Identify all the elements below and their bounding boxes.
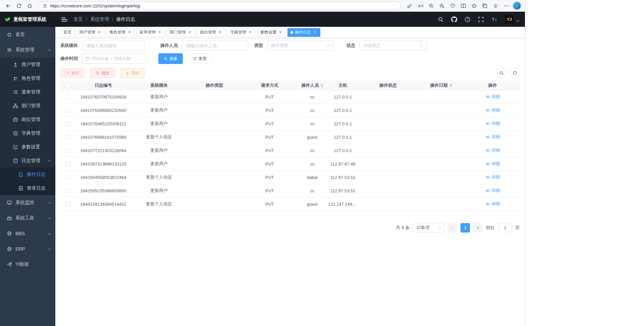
close-icon[interactable]: ×: [313, 30, 317, 35]
tab-7[interactable]: 参数设置×: [257, 28, 286, 37]
question-icon[interactable]: ?: [465, 16, 471, 22]
sidebar-item-8[interactable]: 参数设置: [0, 140, 55, 154]
sidebar-item-7[interactable]: 字典管理: [0, 126, 55, 140]
home-icon[interactable]: [24, 1, 35, 10]
detail-link[interactable]: 详细: [485, 174, 500, 180]
row-checkbox[interactable]: [66, 148, 70, 153]
module-input[interactable]: [82, 41, 145, 51]
favorite-add-icon[interactable]: [436, 1, 447, 10]
tab-2[interactable]: 角色管理×: [106, 28, 135, 37]
page-size-select[interactable]: 10条/页: [413, 223, 444, 233]
sidebar-item-14[interactable]: BBS: [0, 226, 55, 241]
status-select[interactable]: 日志状态: [359, 41, 426, 51]
next-page-button[interactable]: [473, 223, 483, 233]
row-checkbox[interactable]: [66, 175, 70, 180]
address-bar[interactable]: https://ccnetcore.com:1101/system/log/op…: [38, 1, 401, 10]
browser-essentials-icon[interactable]: [447, 1, 458, 10]
close-icon[interactable]: ×: [248, 30, 253, 35]
sidebar-item-16[interactable]: Yi框架: [0, 257, 55, 272]
row-checkbox[interactable]: [66, 202, 70, 207]
close-icon[interactable]: ×: [187, 30, 192, 35]
sidebar-item-11[interactable]: 登录日志: [0, 181, 55, 195]
sidebar-item-10[interactable]: 操作日志: [0, 168, 55, 181]
close-icon[interactable]: ×: [278, 30, 283, 35]
sidebar-item-4[interactable]: 菜单管理: [0, 85, 55, 99]
tab-8[interactable]: 操作日志×: [287, 28, 320, 37]
zoom-out-icon[interactable]: [426, 1, 436, 10]
favorites-icon[interactable]: [469, 1, 479, 10]
more-icon[interactable]: [501, 1, 512, 10]
operator-input[interactable]: [182, 41, 248, 51]
key-icon[interactable]: [404, 1, 415, 10]
detail-link[interactable]: 详细: [485, 121, 500, 127]
column-header-7[interactable]: 操作日期: [417, 81, 465, 90]
tab-0[interactable]: 首页: [60, 28, 74, 37]
split-screen-icon[interactable]: [458, 1, 469, 10]
row-checkbox[interactable]: [66, 189, 70, 193]
url-text[interactable]: https://ccnetcore.com:1101/system/log/op…: [50, 3, 140, 8]
goto-page-input[interactable]: [498, 223, 512, 232]
row-checkbox[interactable]: [66, 135, 70, 140]
fullscreen-icon[interactable]: [478, 16, 484, 22]
tab-4[interactable]: 部门管理×: [167, 28, 195, 37]
type-select[interactable]: 操作类型: [267, 41, 333, 51]
detail-link[interactable]: 详细: [485, 188, 500, 194]
close-icon[interactable]: ×: [97, 30, 102, 35]
bing-icon[interactable]: [512, 1, 522, 10]
back-icon[interactable]: [3, 1, 13, 10]
detail-link[interactable]: 详细: [485, 94, 500, 100]
search-button[interactable]: 搜索: [158, 53, 183, 64]
font-size-icon[interactable]: TT: [491, 16, 497, 22]
tab-3[interactable]: 菜单管理×: [137, 28, 165, 37]
sort-icon[interactable]: [321, 83, 323, 87]
select-all-checkbox[interactable]: [66, 83, 70, 88]
sidebar-item-12[interactable]: 系统监控: [0, 195, 55, 210]
detail-link[interactable]: 详细: [485, 201, 500, 207]
row-checkbox[interactable]: [66, 162, 70, 167]
row-checkbox[interactable]: [66, 95, 70, 100]
sidebar-item-2[interactable]: 用户管理: [0, 58, 55, 71]
search-icon[interactable]: [438, 16, 444, 22]
tab-1[interactable]: 用户管理×: [76, 28, 105, 37]
chevron-down-icon[interactable]: [517, 19, 519, 21]
column-header-4[interactable]: 操作人员: [298, 81, 327, 90]
sidebar-item-0[interactable]: 首页: [0, 27, 55, 42]
clear-button[interactable]: 清空: [90, 68, 115, 78]
table-search-button[interactable]: [496, 68, 506, 78]
prev-page-button[interactable]: [448, 223, 457, 233]
date-range-picker[interactable]: 开始日期 - 结束日期: [82, 54, 146, 64]
sidebar-item-5[interactable]: 部门管理: [0, 99, 55, 113]
github-icon[interactable]: [451, 16, 457, 22]
read-aloud-icon[interactable]: A: [415, 1, 426, 10]
refresh-icon[interactable]: [13, 1, 24, 10]
breadcrumb-item-0[interactable]: 首页: [73, 16, 83, 22]
detail-link[interactable]: 详细: [485, 134, 500, 140]
row-checkbox[interactable]: [66, 122, 70, 126]
table-refresh-button[interactable]: [510, 68, 520, 78]
detail-link[interactable]: 详细: [485, 107, 500, 113]
sidebar-item-6[interactable]: 岗位管理: [0, 113, 55, 126]
delete-button[interactable]: 删除: [60, 68, 85, 78]
sidebar-item-9[interactable]: 日志管理: [0, 154, 55, 168]
tab-5[interactable]: 岗位管理×: [197, 28, 225, 37]
sort-icon[interactable]: [449, 83, 452, 87]
hamburger-icon[interactable]: [61, 17, 67, 21]
breadcrumb-item-2[interactable]: 操作日志: [116, 16, 135, 22]
collections-icon[interactable]: [479, 1, 490, 10]
sidebar-item-3[interactable]: 角色管理: [0, 71, 55, 85]
avatar[interactable]: YJ: [504, 14, 514, 24]
sidebar-item-1[interactable]: 系统管理: [0, 42, 55, 58]
close-icon[interactable]: ×: [218, 30, 222, 35]
reset-button[interactable]: 重置: [187, 53, 212, 64]
detail-link[interactable]: 详细: [485, 161, 500, 167]
profile-icon[interactable]: [490, 1, 501, 10]
row-checkbox[interactable]: [66, 108, 70, 113]
close-icon[interactable]: ×: [127, 30, 132, 35]
breadcrumb-item-1[interactable]: 系统管理: [90, 16, 109, 22]
close-icon[interactable]: ×: [157, 30, 162, 35]
detail-link[interactable]: 详细: [485, 147, 500, 153]
sidebar-item-13[interactable]: 系统工具: [0, 210, 55, 226]
export-button[interactable]: 导出: [120, 68, 145, 78]
current-page[interactable]: 1: [461, 223, 470, 233]
tab-6[interactable]: 字典管理×: [227, 28, 256, 37]
